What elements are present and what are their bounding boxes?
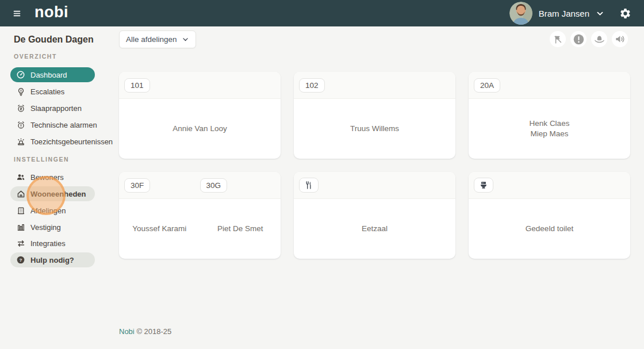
page-title: De Gouden Dagen	[14, 34, 94, 45]
sidebar-item-technische-alarmen[interactable]: Technische alarmen	[10, 117, 95, 132]
card-header	[294, 172, 455, 199]
card-body: Henk Claes Miep Maes	[469, 99, 630, 158]
gauge-icon	[16, 70, 25, 79]
hamburger-menu-icon[interactable]	[10, 7, 23, 20]
home-icon	[16, 189, 25, 198]
sidebar-item-label: Technische alarmen	[30, 121, 97, 129]
sidebar-item-label: Slaaprapporten	[30, 104, 82, 113]
sidebar-item-wooneenheden[interactable]: Wooneenheden	[10, 186, 95, 201]
room-number-badge: 101	[124, 78, 150, 93]
top-bar: nobi Bram Jansen	[0, 0, 644, 26]
room-name: Eetzaal	[294, 199, 455, 258]
app-window: nobi Bram Jansen	[0, 0, 644, 349]
flag-off-icon[interactable]	[550, 31, 566, 47]
svg-text:?: ?	[20, 258, 22, 263]
room-number-badge: 30G	[200, 178, 228, 193]
room-number-badge: 20A	[474, 78, 500, 93]
room-card-grid: 101 Annie Van Looy 102 Truus Willems 20A…	[119, 72, 630, 259]
sidebar-item-toezichtsgebeurtenissen[interactable]: Toezichtsgebeurtenissen	[10, 134, 95, 149]
sidebar-item-label: Dashboard	[30, 71, 67, 79]
resident-name: Miep Maes	[530, 129, 568, 139]
volume-icon[interactable]	[612, 31, 628, 47]
sidebar-item-vestiging[interactable]: Vestiging	[10, 220, 95, 235]
chevron-down-icon	[182, 36, 189, 43]
room-card-gedeeld-toilet[interactable]: Gedeeld toilet	[469, 172, 630, 259]
room-card-30f-30g[interactable]: 30F 30G Youssef Karami Piet De Smet	[119, 172, 281, 259]
card-header: 101	[119, 72, 281, 99]
card-body: Youssef Karami Piet De Smet	[119, 199, 281, 258]
card-header	[469, 172, 630, 199]
chevron-down-icon[interactable]	[596, 9, 604, 18]
sidebar-item-label: Escalaties	[30, 87, 64, 96]
alarm-sleep-icon	[16, 103, 25, 113]
nobi-logo[interactable]: nobi	[34, 5, 68, 20]
users-icon	[16, 172, 25, 182]
utensils-icon	[299, 178, 319, 193]
room-card-eetzaal[interactable]: Eetzaal	[294, 172, 455, 259]
room-card-102[interactable]: 102 Truus Willems	[294, 72, 455, 159]
sidebar-item-label: Vestiging	[30, 223, 61, 232]
sidebar-item-label: Bewoners	[30, 173, 64, 182]
department-filter-value: Alle afdelingen	[126, 35, 177, 44]
sidebar-item-integraties[interactable]: Integraties	[10, 236, 95, 251]
building-icon	[16, 206, 25, 215]
sidebar-item-label: Toezichtsgebeurtenissen	[30, 137, 113, 146]
sidebar-item-dashboard[interactable]: Dashboard	[10, 67, 95, 82]
sidebar-section-instellingen: INSTELLINGEN	[14, 156, 69, 163]
sidebar-item-hulp-nodig[interactable]: ? Hulp nodig?	[10, 252, 95, 267]
sidebar-item-label: Hulp nodig?	[30, 256, 74, 264]
resident-name: Piet De Smet	[200, 224, 281, 233]
help-circle-icon: ?	[16, 255, 25, 264]
card-header: 102	[294, 72, 455, 99]
card-header-half: 30F	[124, 178, 200, 193]
room-card-20a[interactable]: 20A Henk Claes Miep Maes	[469, 72, 630, 159]
siren-icon	[16, 137, 25, 146]
footer-copyright: © 2018-25	[136, 327, 171, 336]
sidebar-item-escalaties[interactable]: Escalaties	[10, 84, 95, 99]
alert-circle-icon[interactable]	[570, 31, 586, 47]
gear-icon[interactable]	[619, 7, 631, 20]
factory-icon	[16, 223, 25, 232]
footer-brand-link[interactable]: Nobi	[119, 327, 135, 336]
card-header-half: 30G	[200, 178, 276, 193]
resident-name: Truus Willems	[294, 99, 455, 158]
toilet-icon	[474, 178, 493, 193]
sidebar-item-slaaprapporten[interactable]: Slaaprapporten	[10, 101, 95, 116]
resident-name: Youssef Karami	[119, 224, 200, 233]
resident-name: Henk Claes	[530, 118, 570, 129]
sidebar-section-overzicht: OVERZICHT	[14, 53, 57, 60]
user-avatar[interactable]	[509, 2, 532, 25]
topbar-right-group: Bram Jansen	[509, 2, 631, 25]
sidebar-item-bewoners[interactable]: Bewoners	[10, 170, 95, 185]
hat-icon[interactable]	[591, 31, 607, 47]
department-filter-select[interactable]: Alle afdelingen	[119, 30, 196, 48]
action-icon-row	[550, 31, 628, 47]
footer: Nobi © 2018-25	[119, 327, 171, 336]
room-number-badge: 102	[299, 78, 325, 93]
room-card-101[interactable]: 101 Annie Van Looy	[119, 72, 281, 159]
sidebar-item-label: Wooneenheden	[30, 190, 86, 198]
room-name: Gedeeld toilet	[469, 199, 630, 258]
sidebar-item-afdelingen[interactable]: Afdelingen	[10, 203, 95, 218]
user-name[interactable]: Bram Jansen	[539, 9, 589, 18]
swap-arrows-icon	[16, 239, 25, 248]
sidebar-item-label: Afdelingen	[30, 206, 66, 215]
sidebar-item-label: Integraties	[30, 239, 66, 248]
card-header: 20A	[469, 72, 630, 99]
resident-name: Annie Van Looy	[119, 99, 281, 158]
card-header: 30F 30G	[119, 172, 281, 199]
bulb-alert-icon	[16, 87, 25, 96]
room-number-badge: 30F	[124, 178, 150, 193]
alarm-alert-icon	[16, 120, 25, 129]
